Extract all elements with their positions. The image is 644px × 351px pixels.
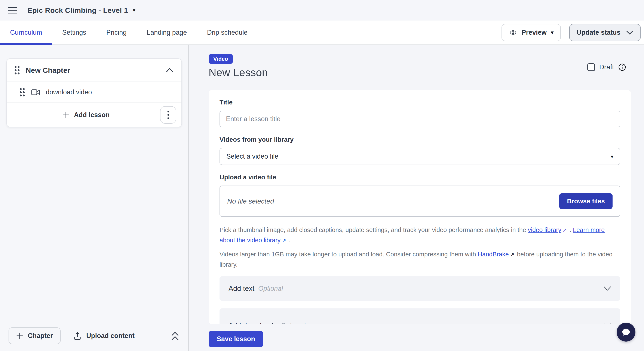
- select-value: Select a video file: [226, 152, 278, 160]
- add-lesson-label: Add lesson: [74, 111, 110, 119]
- chat-bubble-icon: [621, 328, 631, 337]
- add-downloads-panel[interactable]: Add downloads Optional: [220, 308, 620, 324]
- upload-content-label: Upload content: [86, 332, 134, 340]
- tabbar: Curriculum Settings Pricing Landing page…: [0, 20, 644, 45]
- update-status-label: Update status: [576, 29, 620, 36]
- add-chapter-button[interactable]: Chapter: [8, 328, 60, 344]
- chapter-menu-button[interactable]: [160, 106, 176, 124]
- browse-files-button[interactable]: Browse files: [559, 193, 612, 209]
- chapter-title: New Chapter: [26, 66, 70, 74]
- video-library-help-text: Pick a thumbnail image, add closed capti…: [220, 225, 620, 246]
- content: New Chapter download video: [0, 45, 644, 351]
- chat-widget-button[interactable]: [616, 323, 636, 342]
- optional-label: Optional: [281, 322, 305, 324]
- lesson-header: Video New Lesson Draft: [208, 54, 631, 79]
- lesson-row[interactable]: download video: [7, 82, 182, 102]
- chevron-down-icon: [604, 323, 611, 324]
- chapter-card: New Chapter download video: [6, 58, 182, 127]
- tab-pricing[interactable]: Pricing: [96, 20, 137, 44]
- title-label: Title: [220, 99, 620, 106]
- page-title: New Lesson: [208, 66, 268, 79]
- preview-button[interactable]: Preview ▾: [502, 24, 561, 41]
- help-text: Videos larger than 1GB may take longer t…: [220, 251, 478, 258]
- external-link-icon: ↗: [282, 236, 286, 246]
- help-text: .: [568, 226, 573, 233]
- tab-label: Landing page: [147, 29, 187, 36]
- video-file-dropzone[interactable]: No file selected Browse files: [220, 186, 620, 217]
- tab-label: Pricing: [106, 29, 127, 36]
- help-text: .: [287, 237, 290, 244]
- lesson-form-card: Title Videos from your library Select a …: [208, 90, 631, 324]
- optional-label: Optional: [258, 285, 283, 292]
- no-file-text: No file selected: [227, 197, 274, 205]
- hamburger-menu-icon[interactable]: [7, 5, 18, 16]
- upload-content-button[interactable]: Upload content: [74, 332, 134, 340]
- chapter-footer: Add lesson: [7, 103, 182, 127]
- lesson-editor: Video New Lesson Draft Title Videos from…: [189, 45, 644, 351]
- upload-icon: [74, 332, 82, 340]
- external-link-icon: ↗: [562, 225, 567, 235]
- add-lesson-button[interactable]: Add lesson: [12, 111, 160, 119]
- plus-icon: [16, 332, 23, 339]
- curriculum-sidebar: New Chapter download video: [0, 45, 189, 351]
- tab-drip-schedule[interactable]: Drip schedule: [197, 20, 258, 44]
- upload-video-label: Upload a video file: [220, 174, 620, 181]
- draft-checkbox[interactable]: [587, 63, 595, 71]
- collapse-all-button[interactable]: [170, 331, 180, 341]
- add-text-label: Add text: [228, 284, 254, 292]
- add-downloads-label: Add downloads: [228, 322, 277, 324]
- lesson-header-left: Video New Lesson: [208, 54, 268, 79]
- tab-settings[interactable]: Settings: [52, 20, 96, 44]
- add-chapter-label: Chapter: [28, 332, 53, 340]
- video-library-select[interactable]: Select a video file ▾: [220, 148, 620, 165]
- caret-down-icon: ▾: [133, 8, 135, 13]
- chevron-down-icon: [626, 30, 633, 35]
- tabbar-actions: Preview ▾ Update status: [502, 20, 644, 44]
- caret-down-icon: ▾: [551, 30, 554, 35]
- eye-icon: [509, 29, 517, 36]
- video-library-link[interactable]: video library: [528, 226, 561, 233]
- lesson-title: download video: [46, 88, 92, 96]
- help-text: Pick a thumbnail image, add closed capti…: [220, 226, 528, 233]
- tab-curriculum[interactable]: Curriculum: [0, 20, 52, 44]
- video-camera-icon: [31, 89, 40, 96]
- course-title: Epic Rock Climbing - Level 1: [28, 6, 128, 14]
- drag-handle-icon[interactable]: [19, 87, 26, 98]
- handbrake-link[interactable]: HandBrake: [478, 251, 509, 258]
- drag-handle-icon[interactable]: [14, 65, 20, 76]
- add-text-panel[interactable]: Add text Optional: [220, 276, 620, 301]
- caret-down-icon: ▾: [610, 154, 614, 160]
- course-switcher[interactable]: Epic Rock Climbing - Level 1 ▾: [28, 6, 135, 14]
- topbar: Epic Rock Climbing - Level 1 ▾: [0, 0, 644, 20]
- compression-help-text: Videos larger than 1GB may take longer t…: [220, 249, 620, 270]
- plus-icon: [62, 111, 70, 118]
- update-status-button[interactable]: Update status: [569, 24, 640, 41]
- preview-label: Preview: [522, 29, 547, 36]
- chapter-header[interactable]: New Chapter: [7, 59, 182, 82]
- draft-toggle-row: Draft: [587, 63, 626, 71]
- save-lesson-button[interactable]: Save lesson: [208, 331, 263, 347]
- info-icon[interactable]: [618, 63, 626, 71]
- sidebar-footer: Chapter Upload content: [0, 320, 188, 351]
- lesson-title-input[interactable]: [220, 111, 620, 127]
- draft-label: Draft: [599, 63, 614, 71]
- chevron-down-icon: [604, 286, 611, 291]
- chevron-up-icon[interactable]: [166, 68, 174, 73]
- video-library-label: Videos from your library: [220, 136, 620, 143]
- tab-landing-page[interactable]: Landing page: [137, 20, 197, 44]
- external-link-icon: ↗: [510, 250, 514, 260]
- tab-label: Curriculum: [10, 29, 42, 36]
- tab-label: Drip schedule: [207, 29, 248, 36]
- tab-label: Settings: [62, 29, 86, 36]
- lesson-type-badge: Video: [208, 54, 233, 64]
